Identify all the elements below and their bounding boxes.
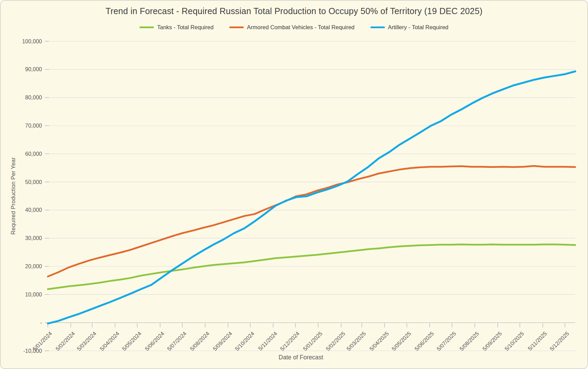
x-axis-tick-label: 5/10/2024 <box>234 330 255 352</box>
y-axis-tick-label: 50,000 <box>25 179 42 185</box>
x-axis-tick-label: 5/09/2025 <box>481 330 503 352</box>
y-axis-tick-labels: 100,00090,00080,00070,00060,00050,00040,… <box>22 39 42 354</box>
x-axis-tick-label: 5/06/2024 <box>144 330 165 352</box>
x-axis-tick-label: 5/12/2025 <box>549 330 570 352</box>
x-axis-tick-label: 5/01/2025 <box>302 330 323 352</box>
x-axis-tick-label: 5/10/2025 <box>504 330 525 352</box>
x-axis-tick-label: 5/02/2025 <box>325 330 346 352</box>
y-axis-ticks <box>45 41 49 351</box>
x-axis-tick-label: 5/07/2025 <box>435 330 457 352</box>
x-axis-tick-label: 5/08/2025 <box>459 330 480 352</box>
y-axis-tick-label: 30,000 <box>25 235 42 241</box>
x-axis-tick-label: 5/08/2024 <box>189 330 210 352</box>
x-axis-tick-label: 5/07/2024 <box>166 330 187 352</box>
x-axis-tick-label: 5/02/2024 <box>54 330 76 352</box>
series-line-armored[interactable] <box>48 166 575 277</box>
y-axis-tick-label: 40,000 <box>25 207 42 213</box>
series-line-artillery[interactable] <box>48 72 575 324</box>
x-axis-tick-label: 5/09/2024 <box>212 330 233 352</box>
x-axis-tick-label: 5/11/2025 <box>527 330 548 352</box>
y-axis-tick-label: 70,000 <box>25 123 42 129</box>
y-axis-tick-label: 80,000 <box>25 95 42 100</box>
y-axis-tick-label: 60,000 <box>25 151 42 157</box>
y-axis-tick-label: 90,000 <box>25 66 42 72</box>
x-axis-tick-label: 5/03/2024 <box>76 330 97 352</box>
x-axis-tick-label: 5/05/2025 <box>391 330 412 352</box>
x-axis-tick-label: 5/01/2024 <box>32 330 53 352</box>
x-axis-tick-label: 5/06/2025 <box>413 330 435 352</box>
gridlines <box>47 41 575 351</box>
x-axis-tick-label: 5/05/2024 <box>121 330 142 352</box>
x-axis-tick-label: 5/04/2025 <box>368 330 390 352</box>
x-axis-tick-label: 5/11/2024 <box>257 330 279 352</box>
x-axis-tick-labels: 5/01/20245/02/20245/03/20245/04/20245/05… <box>32 330 570 352</box>
x-axis-title: Date of Forecast <box>279 354 323 361</box>
y-axis-tick-label: 20,000 <box>25 263 42 269</box>
x-axis-tick-label: 5/03/2025 <box>346 330 367 352</box>
y-axis-tick-label: 10,000 <box>25 292 42 297</box>
y-axis-tick-label: 100,000 <box>22 39 42 44</box>
x-axis-tick-label: 5/12/2024 <box>279 330 301 352</box>
excel-chart: Trend in Forecast - Required Russian Tot… <box>0 0 588 369</box>
x-axis-ticks <box>48 323 565 328</box>
y-axis-tick-label: - <box>40 320 42 326</box>
x-axis-tick-label: 5/04/2024 <box>99 330 120 352</box>
plot-area: 100,00090,00080,00070,00060,00050,00040,… <box>1 1 588 369</box>
y-axis-title: Required Production Per Year <box>10 157 17 235</box>
series-lines <box>48 72 575 324</box>
